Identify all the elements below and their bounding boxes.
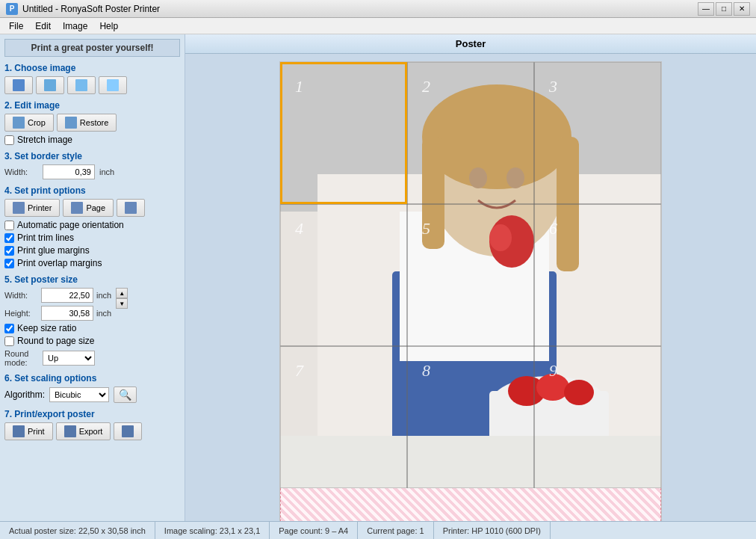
- edit-icon: [75, 79, 87, 91]
- printer-icon: [13, 202, 25, 214]
- stretch-image-label: Stretch image: [17, 135, 72, 145]
- extra-options-icon: [125, 202, 137, 214]
- auto-orient-row: Automatic page orientation: [4, 220, 180, 230]
- export2-icon: [107, 79, 119, 91]
- svg-text:8: 8: [422, 361, 430, 380]
- print-trim-checkbox[interactable]: [4, 233, 14, 243]
- round-mode-label: Round mode:: [4, 349, 38, 367]
- svg-text:1: 1: [295, 77, 303, 96]
- menu-edit[interactable]: Edit: [29, 19, 57, 33]
- svg-text:4: 4: [295, 219, 303, 238]
- svg-point-10: [506, 167, 524, 188]
- svg-text:6: 6: [549, 219, 557, 238]
- print-overlap-checkbox[interactable]: [4, 259, 14, 268]
- status-bar: Actual poster size: 22,50 x 30,58 inch I…: [0, 521, 756, 539]
- print-options-group: Automatic page orientation Print trim li…: [4, 220, 180, 268]
- image-buttons-group: [4, 76, 180, 94]
- keep-size-label: Keep size ratio: [17, 323, 76, 333]
- svg-text:5: 5: [422, 219, 430, 238]
- restore-icon: [65, 117, 77, 129]
- open-file-button[interactable]: [4, 76, 33, 94]
- poster-header: Poster: [185, 34, 756, 54]
- print-trim-label: Print trim lines: [17, 232, 74, 243]
- restore-button[interactable]: Restore: [57, 114, 117, 132]
- algorithm-select[interactable]: Bicubic Bilinear Nearest: [49, 387, 109, 402]
- height-unit: inch: [96, 309, 111, 318]
- edit-button[interactable]: [67, 76, 96, 94]
- extra-print-button[interactable]: [114, 422, 142, 440]
- print-export-buttons: Print Export: [4, 422, 180, 440]
- browse-icon: [44, 79, 56, 91]
- status-page-count: Page count: 9 – A4: [270, 522, 358, 539]
- minimize-button[interactable]: —: [698, 2, 714, 16]
- algorithm-row: Algorithm: Bicubic Bilinear Nearest 🔍: [4, 386, 180, 403]
- border-width-row: Width: inch: [4, 164, 180, 179]
- svg-text:2: 2: [422, 77, 430, 96]
- size-scroll-up[interactable]: ▲: [116, 288, 128, 298]
- algorithm-label: Algorithm:: [4, 389, 45, 400]
- print-icon: [13, 425, 25, 437]
- browse-button[interactable]: [36, 76, 64, 94]
- section-choose-image: 1. Choose image: [4, 63, 180, 73]
- svg-point-9: [469, 167, 487, 188]
- round-page-row: Round to page size: [4, 336, 180, 346]
- maximize-button[interactable]: □: [716, 2, 732, 16]
- extra-print-icon: [122, 425, 134, 437]
- border-width-input[interactable]: [43, 164, 95, 179]
- poster-container: 1 2 3 4 5 6 7 8 9: [279, 61, 662, 521]
- svg-text:9: 9: [549, 361, 557, 380]
- left-panel: Print a great poster yourself! 1. Choose…: [0, 34, 185, 521]
- print-trim-row: Print trim lines: [4, 232, 180, 243]
- zoom-icon: 🔍: [119, 389, 131, 401]
- menu-image[interactable]: Image: [57, 19, 93, 33]
- pink-overflow-area: [280, 488, 661, 521]
- menu-help[interactable]: Help: [93, 19, 124, 33]
- auto-orient-label: Automatic page orientation: [17, 220, 124, 230]
- menu-file[interactable]: File: [3, 19, 29, 33]
- svg-text:3: 3: [548, 77, 557, 96]
- print-label: Print: [28, 427, 45, 436]
- print-button[interactable]: Print: [4, 422, 53, 440]
- svg-text:7: 7: [295, 361, 304, 380]
- section-poster-size: 5. Set poster size: [4, 274, 180, 285]
- width-label: Width:: [4, 291, 38, 300]
- printer-label: Printer: [28, 203, 52, 212]
- round-mode-row: Round mode: Up Down Nearest: [4, 349, 180, 367]
- open-file-icon: [13, 79, 25, 91]
- section-scaling: 6. Set scaling options: [4, 373, 180, 384]
- preview-zoom-button[interactable]: 🔍: [114, 386, 137, 403]
- menu-bar: File Edit Image Help: [0, 18, 756, 34]
- crop-icon: [13, 117, 25, 129]
- export2-button[interactable]: [99, 76, 127, 94]
- export-label: Export: [79, 427, 103, 436]
- poster-svg: 1 2 3 4 5 6 7 8 9: [280, 62, 661, 488]
- stretch-image-row: Stretch image: [4, 135, 180, 145]
- poster-width-input[interactable]: [41, 288, 93, 303]
- round-mode-select[interactable]: Up Down Nearest: [43, 351, 95, 366]
- page-button[interactable]: Page: [63, 199, 114, 217]
- print-glue-row: Print glue margins: [4, 245, 180, 256]
- close-button[interactable]: ✕: [734, 2, 750, 16]
- export-button[interactable]: Export: [56, 422, 111, 440]
- section-print-export: 7. Print/export poster: [4, 409, 180, 419]
- crop-button[interactable]: Crop: [4, 114, 54, 132]
- round-page-checkbox[interactable]: [4, 336, 14, 346]
- border-width-unit: inch: [99, 167, 114, 176]
- printer-button[interactable]: Printer: [4, 199, 60, 217]
- size-scroll-down[interactable]: ▼: [116, 298, 128, 309]
- status-printer: Printer: HP 1010 (600 DPI): [434, 522, 551, 539]
- window-title: Untitled - RonyaSoft Poster Printer: [22, 4, 160, 14]
- size-scroll: ▲ ▼: [116, 288, 128, 309]
- extra-options-button[interactable]: [117, 199, 145, 217]
- keep-size-checkbox[interactable]: [4, 324, 14, 333]
- poster-area: 1 2 3 4 5 6 7 8 9: [185, 54, 756, 521]
- print-glue-checkbox[interactable]: [4, 246, 14, 256]
- status-poster-size: Actual poster size: 22,50 x 30,58 inch: [6, 522, 155, 539]
- panel-header: Print a great poster yourself!: [4, 39, 180, 57]
- poster-height-input[interactable]: [41, 306, 93, 321]
- auto-orient-checkbox[interactable]: [4, 221, 14, 230]
- main-layout: Print a great poster yourself! 1. Choose…: [0, 34, 756, 521]
- stretch-image-checkbox[interactable]: [4, 135, 14, 145]
- print-overlap-row: Print overlap margins: [4, 258, 180, 268]
- restore-label: Restore: [80, 118, 109, 127]
